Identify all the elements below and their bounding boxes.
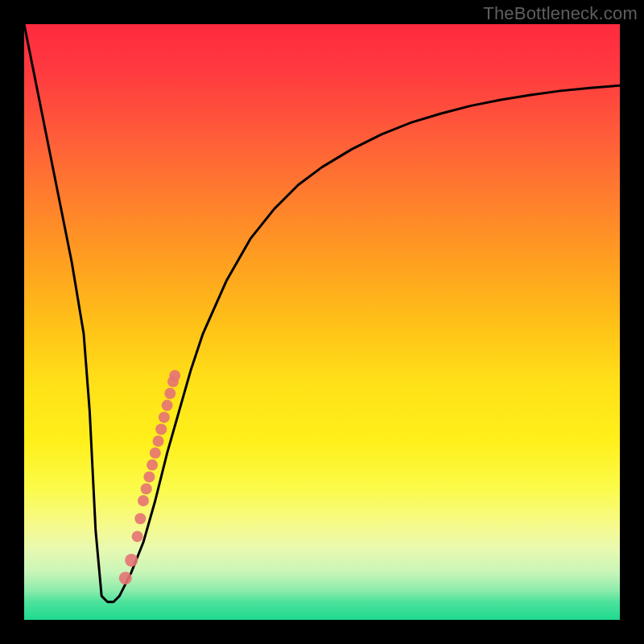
data-point: [125, 554, 138, 567]
data-point: [164, 388, 175, 399]
data-point: [119, 572, 132, 584]
data-point: [162, 400, 173, 411]
data-point: [141, 483, 152, 494]
data-point: [153, 436, 164, 447]
data-point: [155, 423, 167, 435]
watermark-label: TheBottleneck.com: [483, 3, 638, 24]
data-point: [147, 460, 158, 471]
data-point: [138, 495, 149, 506]
chart-plot-area: [24, 24, 620, 620]
data-point: [150, 448, 161, 459]
data-point: [169, 370, 180, 382]
data-point: [143, 471, 155, 482]
data-point: [134, 513, 146, 524]
data-point: [159, 411, 170, 423]
curve-line: [24, 24, 620, 602]
data-point: [132, 530, 143, 542]
chart-svg: [24, 24, 620, 620]
